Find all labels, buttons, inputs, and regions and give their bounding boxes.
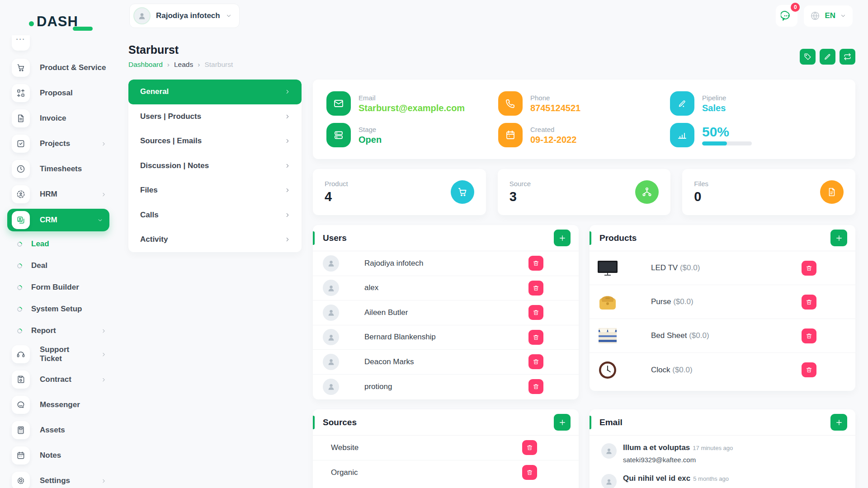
tab-general[interactable]: General: [128, 80, 302, 104]
user-name: Deacon Marks: [364, 357, 414, 366]
page-title: Starburst: [128, 43, 233, 56]
sidebar-item-messenger[interactable]: Messenger: [0, 392, 114, 418]
sidebar-subitem-deal[interactable]: Deal: [0, 255, 114, 277]
card-accent-bar: [313, 416, 315, 429]
tab-label: General: [140, 87, 169, 96]
product-price: ($0.0): [689, 331, 709, 340]
delete-user-button[interactable]: [528, 330, 543, 345]
sidebar-item-proposal[interactable]: Proposal: [0, 80, 114, 106]
user-row: Deacon Marks: [313, 350, 579, 375]
language-code: EN: [825, 11, 835, 20]
sidebar-item-support-ticket[interactable]: Support Ticket: [0, 342, 114, 367]
chevron-right-icon: [101, 478, 107, 484]
users-card: Users Rajodiya infotech alex: [313, 225, 579, 399]
plus-icon: [558, 234, 566, 242]
chevron-right-icon: [284, 236, 291, 243]
source-row: Organic: [313, 460, 579, 485]
email-time: 17 minutes ago: [693, 445, 733, 451]
product-price: ($0.0): [673, 297, 693, 306]
messages-button[interactable]: 0: [776, 5, 797, 27]
chevron-right-icon: [101, 192, 107, 197]
delete-user-button[interactable]: [528, 281, 543, 296]
sidebar-item-timesheets[interactable]: Timesheets: [0, 156, 114, 182]
delete-product-button[interactable]: [802, 328, 816, 343]
tab-files[interactable]: Files: [128, 178, 302, 203]
topbar-right: 0 EN: [776, 5, 868, 27]
breadcrumb-dashboard[interactable]: Dashboard: [128, 61, 163, 69]
delete-user-button[interactable]: [528, 354, 543, 369]
breadcrumb: Dashboard › Leads › Starburst: [128, 61, 233, 69]
overview-stage-value: Open: [359, 135, 382, 145]
add-product-button[interactable]: [830, 230, 847, 246]
chevron-right-icon: [284, 113, 291, 120]
delete-user-button[interactable]: [528, 379, 543, 394]
overview-phone: Phone 8745124521: [498, 91, 670, 116]
users-card-title: Users: [323, 233, 347, 243]
tab-activity[interactable]: Activity: [128, 227, 302, 252]
add-email-button[interactable]: [830, 414, 847, 431]
sidebar-item-contract[interactable]: Contract: [0, 367, 114, 392]
brand-logo[interactable]: DASH: [0, 0, 114, 32]
sidebar-item-crm[interactable]: CRM: [7, 209, 109, 231]
products-card-title: Products: [599, 233, 637, 243]
notification-badge: 0: [791, 3, 800, 12]
delete-product-button[interactable]: [802, 362, 816, 377]
sidebar-item-label: Settings: [40, 476, 70, 485]
convert-button[interactable]: [840, 49, 855, 65]
card-accent-bar: [590, 416, 591, 429]
delete-source-button[interactable]: [522, 465, 537, 480]
breadcrumb-leads[interactable]: Leads: [174, 61, 193, 69]
sidebar-subitem-system-setup[interactable]: System Setup: [0, 298, 114, 320]
delete-user-button[interactable]: [528, 305, 543, 320]
chevron-right-icon: [284, 138, 291, 144]
language-selector[interactable]: EN: [804, 5, 853, 27]
overview-created: Created 09-12-2022: [498, 123, 670, 147]
tab-label: Files: [140, 186, 158, 195]
delete-user-button[interactable]: [528, 256, 543, 271]
globe-icon: [810, 11, 820, 21]
chevron-down-icon: [226, 13, 232, 19]
delete-source-button[interactable]: [522, 440, 537, 455]
sidebar-item-label: HRM: [40, 190, 57, 199]
delete-product-button[interactable]: [802, 295, 816, 310]
sidebar-subitem-report[interactable]: Report: [0, 320, 114, 342]
sidebar-item-product-service[interactable]: Product & Service: [0, 55, 114, 80]
product-image-bed-sheet: [597, 326, 618, 345]
repeat-arrows-icon: [844, 53, 851, 61]
stat-label: Source: [509, 180, 531, 188]
sidebar-item-notes[interactable]: Notes: [0, 443, 114, 468]
tab-discussion-notes[interactable]: Discussion | Notes: [128, 154, 302, 178]
labels-button[interactable]: [800, 49, 816, 65]
sidebar-item-projects[interactable]: Projects: [0, 131, 114, 156]
tab-calls[interactable]: Calls: [128, 203, 302, 228]
sidebar-subitem-lead[interactable]: Lead: [0, 233, 114, 255]
user-row: protiong: [313, 375, 579, 399]
tab-users-products[interactable]: Users | Products: [128, 104, 302, 129]
product-row: Clock ($0.0): [590, 353, 855, 387]
chat-notification-icon: [781, 10, 793, 22]
main-content: Starburst Dashboard › Leads › Starburst: [128, 32, 855, 488]
sidebar-subitem-form-builder[interactable]: Form Builder: [0, 277, 114, 298]
add-source-button[interactable]: [554, 414, 571, 431]
sidebar-item-invoice[interactable]: Invoice: [0, 106, 114, 131]
source-name: Organic: [331, 468, 358, 477]
add-user-button[interactable]: [554, 230, 571, 246]
bullet-ring-icon: [16, 327, 23, 334]
user-avatar: [323, 305, 339, 321]
sidebar-item-label: Notes: [40, 451, 61, 460]
overview-phone-value: 8745124521: [530, 103, 580, 113]
sidebar-item-settings[interactable]: Settings: [0, 468, 114, 488]
floppy-disk-icon: [12, 371, 30, 389]
sidebar-item-hrm[interactable]: HRM: [0, 182, 114, 207]
source-row: Website: [313, 436, 579, 460]
workspace-switcher[interactable]: Rajodiya infotech: [129, 4, 240, 28]
clock-icon: [12, 160, 30, 178]
lead-tabs-card: General Users | Products Sources | Email…: [128, 80, 302, 252]
tab-sources-emails[interactable]: Sources | Emails: [128, 129, 302, 154]
delete-product-button[interactable]: [802, 261, 816, 276]
edit-button[interactable]: [820, 49, 835, 65]
trash-icon: [526, 469, 533, 476]
sidebar-item-assets[interactable]: Assets: [0, 418, 114, 443]
stat-value: 4: [325, 189, 348, 204]
source-name: Website: [331, 443, 359, 452]
